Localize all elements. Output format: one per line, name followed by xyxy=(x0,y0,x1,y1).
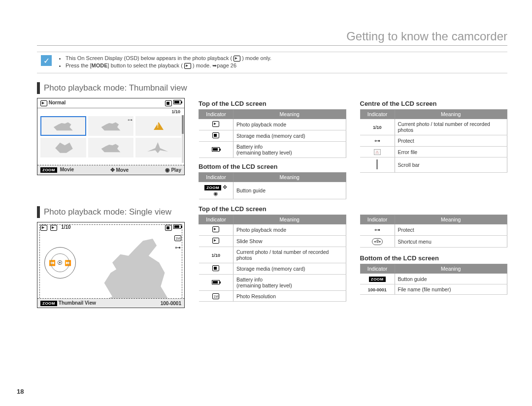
th-indicator: Indicator xyxy=(199,110,233,119)
photo-mode-icon xyxy=(40,225,47,231)
thumbnail[interactable] xyxy=(40,138,86,157)
error-icon xyxy=(154,122,164,130)
table-row: Slide Show xyxy=(199,236,346,247)
thumbnail[interactable] xyxy=(135,138,181,157)
cell-meaning: Protect xyxy=(395,224,507,236)
th-indicator: Indicator xyxy=(360,215,395,224)
scroll-bar[interactable] xyxy=(182,115,184,163)
cell-meaning: Photo Resolution xyxy=(233,291,346,302)
thumbnail[interactable]: ⊶ xyxy=(88,116,134,136)
play-label: Play xyxy=(171,167,181,173)
cell-meaning: File name (file number) xyxy=(395,284,507,295)
table-row: ⚠Error file xyxy=(360,147,507,157)
resolution-icon: 1M xyxy=(212,293,219,299)
card-icon xyxy=(212,265,219,271)
photo-mode-icon xyxy=(212,226,219,232)
table-thumb-bottom: IndicatorMeaning ZOOM ✥ ◉Button guide xyxy=(199,172,346,199)
thumbnail[interactable] xyxy=(88,138,134,157)
zoom-badge: ZOOM xyxy=(40,301,57,306)
protect-icon: ⊶ xyxy=(128,117,133,123)
nav-icon: ✥ xyxy=(110,167,115,173)
info-line-2b: ] button to select the playback ( xyxy=(108,62,183,68)
slideshow-icon xyxy=(212,238,219,244)
cell-meaning: Button guide xyxy=(395,274,507,284)
lcd-top-label: Normal xyxy=(49,100,66,105)
card-icon xyxy=(212,132,219,138)
cell-meaning: Current photo / total number of recorded… xyxy=(233,247,346,263)
zoom-badge: ZOOM xyxy=(40,167,57,173)
cell-meaning: Battery info (remaining battery level) xyxy=(233,142,346,158)
cell-meaning: Current photo / total number of recorded… xyxy=(395,119,507,135)
nav-icon: ✥ xyxy=(223,184,227,190)
thumbnail-view-label: Thumbnail View xyxy=(59,300,96,306)
table-row: ⊶Protect xyxy=(360,224,507,236)
zoom-badge: ZOOM xyxy=(369,277,386,282)
table-row: Shortcut menu xyxy=(360,236,507,248)
th-meaning: Meaning xyxy=(233,215,346,224)
info-line-2a: Press the [ xyxy=(66,62,92,68)
count-icon: 1/10 xyxy=(211,253,220,258)
table-row: 1MPhoto Resolution xyxy=(199,291,346,302)
move-label: Move xyxy=(116,167,129,173)
table-row: ZOOMButton guide xyxy=(360,274,507,284)
card-icon xyxy=(165,100,172,106)
sub-heading-bottom-single: Bottom of the LCD screen xyxy=(360,254,508,262)
shortcut-dial[interactable]: ⏪ ⦿ ⏩ xyxy=(44,247,76,279)
resolution-icon: 1M xyxy=(174,235,181,241)
photo-mode-icon xyxy=(212,121,219,127)
cell-meaning: Storage media (memory card) xyxy=(233,263,346,275)
table-row: Photo playback mode xyxy=(199,224,346,236)
chapter-title: Getting to know the camcorder xyxy=(37,30,507,46)
th-indicator: Indicator xyxy=(199,215,233,224)
protect-icon: ⊶ xyxy=(374,226,380,233)
playback-mode-icon xyxy=(184,63,191,69)
th-indicator: Indicator xyxy=(360,264,395,274)
battery-icon xyxy=(212,280,220,284)
table-single-bottom: IndicatorMeaning ZOOMButton guide 100-00… xyxy=(360,264,508,295)
cell-meaning: Battery info (remaining battery level) xyxy=(233,275,346,291)
battery-icon xyxy=(173,224,181,229)
info-line-1a: This On Screen Display (OSD) below appea… xyxy=(66,55,232,61)
thumbnail-error[interactable] xyxy=(135,116,181,136)
slideshow-icon xyxy=(50,225,57,231)
th-meaning: Meaning xyxy=(233,173,346,182)
table-row: Battery info (remaining battery level) xyxy=(199,142,346,158)
check-icon: ✓ xyxy=(41,55,52,66)
ok-icon: ◉ xyxy=(165,167,170,173)
cell-meaning: Protect xyxy=(395,135,507,147)
cell-meaning: Photo playback mode xyxy=(233,224,346,236)
sub-heading-top: Top of the LCD screen xyxy=(199,100,346,107)
protect-icon: ⊶ xyxy=(175,244,181,251)
thumbnail[interactable] xyxy=(40,116,86,136)
table-row: 1/10Current photo / total number of reco… xyxy=(199,247,346,263)
cell-meaning: Error file xyxy=(395,147,507,157)
counter-label: 1/10 xyxy=(61,224,70,230)
th-indicator: Indicator xyxy=(360,110,395,119)
th-meaning: Meaning xyxy=(395,215,507,224)
table-row: Photo playback mode xyxy=(199,119,346,130)
table-row: ZOOM ✥ ◉Button guide xyxy=(199,182,346,199)
mode-button-label: MODE xyxy=(92,62,108,68)
cell-meaning: Storage media (memory card) xyxy=(233,130,346,142)
error-icon: ⚠ xyxy=(374,149,381,155)
section-title-single: Photo playback mode: Single view xyxy=(37,206,185,218)
ok-icon: ◉ xyxy=(213,190,218,196)
cell-meaning: Shortcut menu xyxy=(395,236,507,248)
card-icon xyxy=(165,225,172,231)
movie-label: Movie xyxy=(60,167,74,172)
scrollbar-icon xyxy=(376,159,378,169)
count-icon: 1/10 xyxy=(373,125,382,130)
th-meaning: Meaning xyxy=(233,110,346,119)
protect-icon: ⊶ xyxy=(374,137,380,144)
th-indicator: Indicator xyxy=(199,173,233,182)
sub-heading-bottom: Bottom of the LCD screen xyxy=(199,163,346,170)
filenum-icon: 100-0001 xyxy=(368,287,387,292)
lcd-single-view: 1/10 1M ⊶ ⏪ ⦿ ⏩ ZOOM Thumbnail View 100-… xyxy=(37,222,185,308)
sub-heading-top-single: Top of the LCD screen xyxy=(199,205,346,213)
info-box: ✓ This On Screen Display (OSD) below app… xyxy=(37,52,507,73)
table-row: Storage media (memory card) xyxy=(199,130,346,142)
table-thumb-top: IndicatorMeaning Photo playback mode Sto… xyxy=(199,109,346,158)
table-single-top-l: IndicatorMeaning Photo playback mode Sli… xyxy=(199,215,346,302)
zoom-badge: ZOOM xyxy=(204,185,221,190)
th-meaning: Meaning xyxy=(395,110,507,119)
